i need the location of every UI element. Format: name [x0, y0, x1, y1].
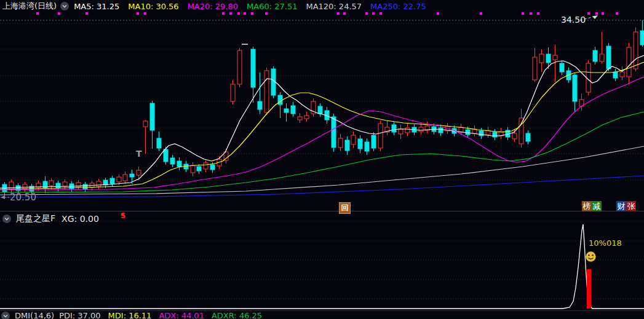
- event-badge[interactable]: 榜: [582, 201, 592, 211]
- dmi-indicator-name: DMI(14,6): [15, 311, 54, 319]
- ma-legend-ma10: MA10: 30.56: [128, 2, 178, 11]
- dmi-field-pdi: PDI: 37.00: [59, 311, 100, 319]
- dmi-status-row: DMI(14,6) PDI: 37.00MDI: 16.11ADX: 44.01…: [1, 311, 269, 319]
- trading-app-window: 上海港湾(日线) MA5: 31.25MA10: 30.56MA20: 29.8…: [0, 0, 644, 319]
- bang-jian-badges[interactable]: 榜减: [582, 201, 602, 211]
- ma-legend-ma250: MA250: 22.75: [370, 2, 426, 11]
- dmi-field-mdi: MDI: 16.11: [108, 311, 152, 319]
- event-badge[interactable]: 减: [592, 201, 602, 211]
- chevron-down-icon[interactable]: [60, 2, 69, 10]
- main-chart-header: 上海港湾(日线) MA5: 31.25MA10: 30.56MA20: 29.8…: [2, 1, 435, 12]
- candlestick-chart[interactable]: [0, 0, 644, 319]
- ma-legend: MA5: 31.25MA10: 30.56MA20: 29.80MA60: 27…: [74, 2, 435, 11]
- event-badge[interactable]: 张: [626, 201, 636, 211]
- peak-value-label: 10%018: [589, 238, 622, 248]
- hui-badge[interactable]: 回: [339, 202, 351, 214]
- s-signal-marker[interactable]: S: [119, 201, 127, 219]
- t-marker: T: [136, 149, 142, 159]
- symbol-title: 上海港湾(日线): [2, 1, 57, 12]
- panel2-header: 尾盘之星F XG: 0.00: [2, 213, 99, 224]
- dmi-field-adxr: ADXR: 46.25: [212, 311, 262, 319]
- dmi-fields: PDI: 37.00MDI: 16.11ADX: 44.01ADXR: 46.2…: [59, 311, 269, 319]
- panel-divider: [0, 211, 644, 211]
- chevron-down-icon[interactable]: [2, 215, 11, 223]
- low-price-label: 20.50: [10, 192, 36, 203]
- chevron-down-icon[interactable]: [1, 312, 10, 319]
- panel2-title: 尾盘之星F: [16, 213, 55, 224]
- ma-legend-ma20: MA20: 29.80: [188, 2, 238, 11]
- high-price-label: 34.50: [561, 15, 586, 25]
- cai-zhang-badges[interactable]: 财张: [616, 201, 636, 211]
- panel2-xg-value: XG: 0.00: [62, 214, 99, 224]
- dmi-field-adx: ADX: 44.01: [159, 311, 204, 319]
- ma-legend-ma5: MA5: 31.25: [74, 2, 119, 11]
- event-badge[interactable]: 财: [616, 201, 626, 211]
- smiley-icon: [585, 251, 597, 265]
- ma-legend-ma60: MA60: 27.51: [247, 2, 297, 11]
- ma-legend-ma120: MA120: 24.57: [306, 2, 362, 11]
